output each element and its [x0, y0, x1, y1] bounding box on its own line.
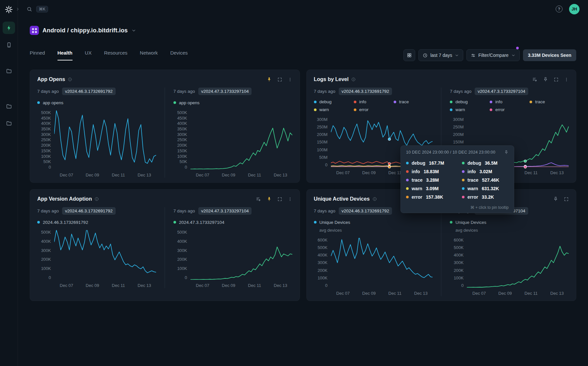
pin-icon[interactable]: [267, 77, 272, 82]
kebab-menu-icon[interactable]: [564, 77, 569, 82]
tab-network[interactable]: Network: [140, 50, 158, 60]
legend-item[interactable]: trace: [394, 99, 433, 104]
kebab-menu-icon[interactable]: [288, 77, 292, 82]
legend-item[interactable]: error: [354, 107, 394, 112]
x-tick-label: Dec 09: [222, 173, 235, 177]
relative-time: 7 days ago: [37, 208, 59, 213]
layout-grid-button[interactable]: [403, 49, 415, 61]
legend-dot: [37, 221, 40, 224]
expand-icon[interactable]: [564, 197, 569, 202]
y-axis: 500K400K300K200K100K0: [37, 230, 54, 280]
level-label: info: [467, 169, 476, 174]
legend-item[interactable]: debug: [450, 99, 490, 104]
devices-seen-button[interactable]: 3.33M Devices Seen: [523, 49, 576, 61]
collapse-sidebar-icon[interactable]: [15, 7, 20, 12]
expand-icon[interactable]: [554, 77, 559, 82]
global-search[interactable]: ⌘K: [26, 6, 48, 12]
app-selector[interactable]: Android / chippy.io.bitdrift.ios: [30, 26, 136, 35]
level-label: warn: [412, 186, 422, 191]
legend-item[interactable]: app opens: [37, 100, 63, 105]
legend-item[interactable]: 2024.46.3.1732691792: [37, 220, 88, 225]
card-title: App Version Adoption: [37, 196, 92, 202]
y-tick-label: 250M: [453, 125, 464, 129]
version-badge[interactable]: v2024.46.3.1732691792: [339, 88, 392, 95]
bitdrift-logo-icon[interactable]: [4, 5, 14, 14]
version-badge[interactable]: v2024.46.3.1732691792: [339, 207, 392, 215]
x-tick-label: Dec 13: [414, 291, 428, 296]
time-range-label: last 7 days: [430, 53, 452, 58]
info-icon[interactable]: [68, 77, 72, 82]
line-chart[interactable]: [190, 230, 292, 280]
expand-icon[interactable]: [277, 77, 282, 82]
tab-devices[interactable]: Devices: [170, 50, 188, 60]
tab-pinned[interactable]: Pinned: [30, 50, 45, 60]
sidebar-item-folder-2[interactable]: [3, 100, 15, 112]
tab-health[interactable]: Health: [57, 50, 73, 60]
x-tick-label: Dec 13: [550, 291, 564, 296]
legend-item[interactable]: warn: [450, 107, 490, 112]
legend-item[interactable]: debug: [314, 99, 354, 104]
legend-item[interactable]: warn: [314, 107, 354, 112]
y-axis: 500K400K300K200K100K0: [173, 230, 190, 280]
y-tick-label: 0: [49, 275, 51, 280]
legend-item[interactable]: 2024.47.3.1733297104: [173, 220, 224, 225]
compare-icon[interactable]: [256, 196, 261, 202]
pin-icon[interactable]: [543, 77, 548, 82]
pin-icon[interactable]: [504, 150, 509, 155]
y-tick-label: 400K: [318, 253, 327, 257]
legend-item[interactable]: Unique Devices: [314, 220, 351, 225]
y-tick-label: 400K: [454, 253, 464, 257]
info-icon[interactable]: [351, 77, 356, 82]
sidebar-item-folder-1[interactable]: [3, 65, 15, 77]
version-badge[interactable]: v2024.47.3.1733297104: [475, 88, 528, 95]
avatar[interactable]: JH: [569, 4, 580, 14]
version-badge[interactable]: v2024.47.3.1733297104: [198, 207, 252, 215]
tooltip-row: warn631.32K: [462, 186, 509, 191]
pin-icon[interactable]: [267, 196, 272, 202]
sidebar-item-monitoring[interactable]: [3, 22, 15, 34]
line-chart[interactable]: [190, 110, 292, 169]
info-icon[interactable]: [94, 197, 99, 201]
legend-label: error: [359, 107, 369, 112]
legend-item[interactable]: Unique Devices: [450, 220, 486, 225]
time-range-button[interactable]: last 7 days: [418, 49, 463, 61]
x-tick-label: Dec 09: [222, 283, 235, 288]
sidebar-item-devices[interactable]: [3, 39, 15, 51]
compare-icon[interactable]: [532, 77, 537, 82]
help-icon[interactable]: ?: [556, 6, 563, 12]
expand-icon[interactable]: [277, 197, 282, 202]
y-tick-label: 100K: [454, 276, 464, 280]
version-badge[interactable]: v2024.46.3.1732691792: [62, 207, 116, 215]
level-dot: [406, 162, 409, 164]
tab-ux[interactable]: UX: [85, 50, 92, 60]
line-chart[interactable]: [331, 238, 433, 288]
legend-item[interactable]: info: [354, 99, 394, 104]
legend-item[interactable]: trace: [530, 99, 569, 104]
line-chart[interactable]: [467, 238, 569, 288]
y-tick-label: 500K: [177, 110, 187, 115]
y-tick-label: 200K: [41, 257, 51, 261]
legend-label: Unique Devices: [319, 220, 351, 225]
tab-resources[interactable]: Resources: [104, 50, 127, 60]
y-tick-label: 0: [325, 283, 327, 288]
y-tick-label: 350K: [41, 127, 51, 131]
x-tick-label: Dec 07: [196, 173, 209, 177]
sliders-icon: [471, 53, 476, 58]
version-badge[interactable]: v2024.47.3.1733297104: [198, 88, 252, 95]
tooltip-row: info18.83M: [406, 169, 453, 174]
legend-item[interactable]: app opens: [173, 100, 200, 105]
level-value: 527.46K: [482, 177, 499, 183]
y-tick-label: 200K: [454, 268, 464, 273]
kebab-menu-icon[interactable]: [288, 197, 292, 202]
line-chart[interactable]: [54, 230, 156, 280]
level-value: 3.02M: [480, 169, 492, 174]
info-icon[interactable]: [372, 197, 377, 201]
filter-compare-button[interactable]: Filter/Compare: [466, 49, 520, 61]
y-tick-label: 200K: [177, 143, 187, 147]
legend-item[interactable]: info: [490, 99, 530, 104]
sidebar-item-folder-3[interactable]: [3, 117, 15, 129]
pin-icon[interactable]: [553, 196, 558, 202]
version-badge[interactable]: v2024.46.3.1732691792: [62, 88, 116, 95]
legend-item[interactable]: error: [490, 107, 530, 112]
line-chart[interactable]: [54, 110, 156, 169]
